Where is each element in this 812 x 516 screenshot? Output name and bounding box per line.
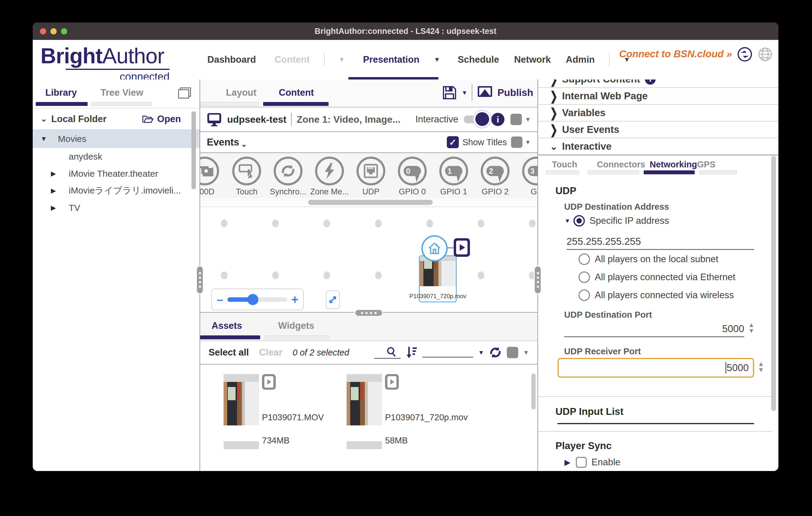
nav-schedule[interactable]: Schedule xyxy=(457,54,500,65)
show-titles-checkbox[interactable]: ✓ xyxy=(447,136,459,148)
media-node[interactable]: P1039071_720p.mov xyxy=(419,255,457,302)
connect-bsn-link[interactable]: Connect to BSN.cloud » xyxy=(619,48,732,60)
info-icon[interactable]: i xyxy=(645,80,656,85)
close-window-button[interactable] xyxy=(40,28,46,34)
section-user-events[interactable]: ❯ User Events xyxy=(538,121,778,138)
collapse-panel-icon[interactable] xyxy=(178,87,191,99)
event-gpio-2[interactable]: 2 GPIO 2 xyxy=(474,157,516,196)
event-gpio-0[interactable]: 0 GPIO 0 xyxy=(391,157,433,196)
right-resize-grip[interactable] xyxy=(534,266,542,294)
event-udp[interactable]: UDP xyxy=(350,157,392,196)
specific-ip-radio-row[interactable]: ▼ Specific IP address xyxy=(564,215,669,226)
open-folder-button[interactable]: Open xyxy=(142,114,181,124)
tab-touch[interactable]: Touch xyxy=(552,160,577,170)
zone-label[interactable]: Zone 1: Video, Image... xyxy=(296,114,400,125)
dest-port-stepper[interactable]: ▲▼ xyxy=(748,323,755,333)
fit-to-screen-button[interactable] xyxy=(326,291,340,309)
hscroll-thumb[interactable] xyxy=(308,200,433,205)
enable-checkbox[interactable] xyxy=(576,457,587,468)
expander-down-icon[interactable]: ▼ xyxy=(39,135,49,143)
nav-presentation-caret-icon[interactable]: ▼ xyxy=(434,56,440,64)
asset-card[interactable]: P1039071.MOV 734MB xyxy=(224,374,365,449)
asset-list-scrollbar[interactable] xyxy=(531,373,535,409)
refresh-icon[interactable] xyxy=(489,346,502,359)
left-resize-grip[interactable] xyxy=(196,266,204,294)
sort-icon[interactable] xyxy=(405,346,417,359)
section-internal-web-page[interactable]: ❯ Internal Web Page xyxy=(538,88,778,105)
tab-library[interactable]: Library xyxy=(45,87,77,98)
nav-presentation[interactable]: Presentation xyxy=(362,54,420,65)
tab-layout[interactable]: Layout xyxy=(226,87,257,98)
nav-content-caret-icon[interactable]: ▼ xyxy=(339,56,345,64)
expander-right-icon[interactable]: ▶ xyxy=(564,458,571,467)
section-interactive[interactable]: ⌄ Interactive xyxy=(538,138,778,155)
event-zone-message[interactable]: Zone Me... xyxy=(309,157,350,196)
zoom-in-button[interactable]: + xyxy=(291,295,298,304)
section-support-content[interactable]: ❯ Support Content i xyxy=(538,80,778,88)
udp-receiver-port-input[interactable]: 5000 xyxy=(557,358,754,378)
subnet-radio-row[interactable]: All players on the local subnet xyxy=(579,253,718,265)
nav-dashboard[interactable]: Dashboard xyxy=(207,54,257,65)
color-swatch[interactable] xyxy=(511,114,522,125)
publish-button[interactable]: Publish xyxy=(497,87,533,98)
local-folder-collapse-icon[interactable]: ⌄ xyxy=(40,114,47,124)
minimize-window-button[interactable] xyxy=(50,28,57,34)
panel-resize-grip[interactable] xyxy=(354,309,383,317)
tab-connectors[interactable]: Connectors xyxy=(597,160,645,170)
events-hscrollbar[interactable] xyxy=(200,198,538,207)
specific-ip-radio[interactable] xyxy=(574,215,585,226)
tab-gps[interactable]: GPS xyxy=(697,160,715,170)
tree-item-anydesk[interactable]: anydesk xyxy=(33,148,200,165)
zoom-slider-knob[interactable] xyxy=(247,294,258,305)
asset-card[interactable]: P1039071_720p.mov 58MB xyxy=(347,374,488,449)
ethernet-radio[interactable] xyxy=(579,272,590,283)
interactive-canvas[interactable]: P1039071_720p.mov – + xyxy=(200,207,538,312)
tab-tree-view[interactable]: Tree View xyxy=(100,87,143,98)
inspector-scrollbar[interactable] xyxy=(771,156,776,411)
info-icon[interactable]: i xyxy=(491,113,504,126)
player-sync-enable-row[interactable]: ▶ Enable xyxy=(564,457,620,468)
view-caret-icon[interactable]: ▼ xyxy=(523,349,529,356)
interactive-toggle[interactable] xyxy=(464,116,486,123)
udp-input-list-field[interactable] xyxy=(557,423,754,424)
receiver-port-stepper[interactable]: ▲▼ xyxy=(758,362,764,372)
save-caret-icon[interactable]: ▼ xyxy=(462,89,467,96)
sidebar-scrollbar[interactable] xyxy=(192,111,196,189)
nav-admin[interactable]: Admin xyxy=(566,54,596,65)
tab-content[interactable]: Content xyxy=(279,87,314,98)
save-icon[interactable] xyxy=(442,85,457,100)
wireless-radio-row[interactable]: All players connected via wireless xyxy=(579,290,734,301)
home-state-icon[interactable] xyxy=(421,235,448,262)
tab-assets[interactable]: Assets xyxy=(211,321,242,331)
tree-item-imovie-library[interactable]: ▶ iMovieライブラリ.imovieli... xyxy=(33,182,200,199)
header-caret-icon[interactable]: ▼ xyxy=(525,116,531,123)
select-all-button[interactable]: Select all xyxy=(208,347,249,358)
expander-right-icon[interactable]: ▶ xyxy=(48,204,59,212)
tab-networking[interactable]: Networking xyxy=(650,160,697,170)
udp-dest-port-input[interactable]: 5000 xyxy=(564,321,744,337)
event-gpio-1[interactable]: 1 GPIO 1 xyxy=(433,157,475,196)
ethernet-radio-row[interactable]: All players connected via Ethernet xyxy=(579,272,735,283)
clear-button[interactable]: Clear xyxy=(259,347,282,358)
titlebar[interactable]: BrightAuthor:connected - LS424 : udpseek… xyxy=(33,23,778,40)
subnet-radio[interactable] xyxy=(579,253,590,265)
publish-icon[interactable] xyxy=(476,85,493,100)
tree-item-tv[interactable]: ▶ TV xyxy=(33,199,200,216)
titles-caret-icon[interactable]: ▼ xyxy=(525,139,531,146)
nav-network[interactable]: Network xyxy=(514,54,551,65)
tree-item-imovie-theater[interactable]: ▶ iMovie Theater.theater xyxy=(33,165,200,182)
globe-icon[interactable] xyxy=(757,47,773,62)
event-gpio-3[interactable]: 3 GP xyxy=(516,157,538,196)
expander-right-icon[interactable]: ▶ xyxy=(48,187,59,195)
tree-item-movies[interactable]: ▼ Movies xyxy=(33,130,200,148)
tab-widgets[interactable]: Widgets xyxy=(278,321,314,331)
wireless-radio[interactable] xyxy=(579,290,590,301)
expander-right-icon[interactable]: ▶ xyxy=(48,170,59,178)
filter-select[interactable] xyxy=(422,347,473,358)
filter-caret-icon[interactable]: ▼ xyxy=(478,349,484,356)
search-icon[interactable] xyxy=(374,346,401,359)
events-collapse-icon[interactable]: ⌄ xyxy=(241,140,247,149)
transfer-icon[interactable] xyxy=(737,47,753,62)
zoom-slider[interactable] xyxy=(228,297,287,302)
play-state-icon[interactable] xyxy=(454,238,470,257)
